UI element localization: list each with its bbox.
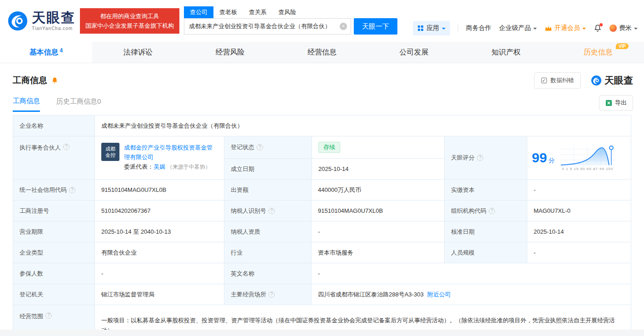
english-name-label: 英文名称 <box>224 263 311 284</box>
search-tabs: 查公司 查老板 查关系 查风险 <box>184 7 397 18</box>
company-type-value: 有限合伙企业 <box>94 242 224 263</box>
page-header: 天眼查 TianYanCha.com 都在用的商业查询工具 国家中小企业发展子基… <box>0 0 644 42</box>
business-info-table: 企业名称 成都未来产业创业投资引导基金合伙企业（有限合伙） 执行事务合伙人 成都… <box>13 115 631 336</box>
table-row: 工商注册号 510104202067367 纳税人识别号 91510104MAG… <box>13 200 631 221</box>
menu-divider <box>458 25 458 32</box>
logo-domain: TianYanCha.com <box>32 26 75 31</box>
partner-label: 执行事务合伙人 <box>13 136 94 179</box>
user-menu[interactable]: 费米 <box>609 24 638 32</box>
score-chart <box>560 145 615 166</box>
taxpayer-quality-label: 纳税人资质 <box>224 221 311 242</box>
apps-label: 应用 <box>426 24 439 32</box>
export-label: 导出 <box>615 99 627 107</box>
established-date-label: 成立日期 <box>224 159 312 179</box>
table-row-insured: 参保人数 - 英文名称 - <box>13 263 631 284</box>
data-correction-button[interactable]: 数据纠错 <box>534 72 581 89</box>
business-term-label: 营业期限 <box>13 221 94 242</box>
company-type-label: 企业类型 <box>13 242 94 263</box>
registration-authority-label: 登记机关 <box>13 284 94 305</box>
tab-basic-info[interactable]: 基本信息 4 <box>0 42 92 63</box>
table-row-authority: 登记机关 锦江市场监督管理局 主要经营场所 四川省成都市锦江区泰治路288号A3… <box>13 284 631 305</box>
search-tab-boss[interactable]: 查老板 <box>213 6 243 18</box>
approval-date-value: 2025-10-14 <box>527 221 631 242</box>
tab-history-info[interactable]: 历史信息 VIP <box>552 42 644 63</box>
industry-value: 资本市场服务 <box>311 242 444 263</box>
open-vip-menu[interactable]: 开通会员 <box>545 24 586 32</box>
enterprise-products-menu[interactable]: 企业级产品 <box>499 24 537 32</box>
tab-operating-info[interactable]: 经营信息 <box>276 42 368 63</box>
rep-name-link[interactable]: 吴娓 <box>154 163 165 170</box>
nearby-companies-link[interactable]: 附近公司 <box>427 291 451 299</box>
search-button[interactable]: 天眼一下 <box>354 18 397 35</box>
company-nav-tabs: 基本信息 4 法律诉讼 经营风险 经营信息 公司发展 知识产权 历史信息 VIP <box>0 42 644 63</box>
score-unit: 分 <box>549 157 555 164</box>
help-icon[interactable] <box>63 144 69 150</box>
partner-logo: 成都 金控 <box>101 143 119 161</box>
credit-code-label: 统一社会信用代码 <box>13 180 94 200</box>
cooperation-link[interactable]: 商务合作 <box>466 24 491 32</box>
help-icon[interactable] <box>268 291 275 298</box>
english-name-value: - <box>311 263 631 284</box>
reg-number-value: 510104202067367 <box>94 201 224 221</box>
search-box <box>184 18 351 35</box>
address-text: 四川省成都市锦江区泰治路288号A3-303 <box>318 291 424 299</box>
search-tab-risk[interactable]: 查风险 <box>272 6 302 18</box>
partner-value: 成都 金控 成都金控产业引导股权投资基金管理有限公司 委派代表：吴娓 （来源于中… <box>94 136 224 179</box>
search-tab-company[interactable]: 查公司 <box>184 6 213 18</box>
avatar <box>609 25 617 32</box>
logo-title: 天眼查 <box>32 11 75 25</box>
table-row-partner: 执行事务合伙人 成都 金控 成都金控产业引导股权投资基金管理有限公司 委派代表：… <box>13 136 631 179</box>
chevron-down-icon <box>634 28 638 31</box>
apps-menu[interactable]: 应用 <box>413 21 450 35</box>
help-icon[interactable] <box>69 187 75 193</box>
status-badge: 存续 <box>318 142 340 153</box>
chevron-down-icon <box>533 28 537 31</box>
notifications-bell[interactable] <box>594 24 602 32</box>
search-area: 查公司 查老板 查关系 查风险 天眼一下 <box>184 7 397 35</box>
tab-intellectual-property-label: 知识产权 <box>491 48 520 57</box>
tab-operating-risk[interactable]: 经营风险 <box>184 42 276 63</box>
reg-number-label: 工商注册号 <box>13 201 94 221</box>
paid-capital-value: - <box>527 180 631 200</box>
open-vip-label: 开通会员 <box>555 24 580 32</box>
export-button[interactable]: 导出 <box>599 95 633 110</box>
tab-company-development[interactable]: 公司发展 <box>368 42 460 63</box>
help-icon[interactable] <box>45 312 52 319</box>
help-icon[interactable] <box>489 208 495 214</box>
help-icon[interactable] <box>268 208 275 214</box>
tab-operating-risk-label: 经营风险 <box>215 48 244 57</box>
insured-count-value: - <box>94 263 224 284</box>
table-row-company-name: 企业名称 成都未来产业创业投资引导基金合伙企业（有限合伙） <box>13 115 631 136</box>
tianyancha-logo[interactable]: 天眼查 TianYanCha.com <box>7 10 75 31</box>
established-date-value: 2025-10-14 <box>312 159 444 179</box>
vip-badge: VIP <box>616 43 629 49</box>
rep-label: 委派代表： <box>124 163 154 170</box>
help-icon[interactable] <box>477 155 483 161</box>
org-code-label: 组织机构代码 <box>444 201 527 221</box>
insured-count-label: 参保人数 <box>13 263 94 284</box>
section-header: 工商信息 数据纠错 天眼查 <box>0 63 644 90</box>
company-name-label: 企业名称 <box>13 115 94 136</box>
clear-search-icon[interactable] <box>340 23 347 30</box>
username-label: 费米 <box>619 24 632 32</box>
score-label: 天眼评分 <box>444 136 527 179</box>
subtab-history-business-info[interactable]: 历史工商信息0 <box>56 97 101 111</box>
search-input[interactable] <box>184 18 351 35</box>
tab-basic-info-count: 4 <box>59 47 63 54</box>
approval-date-label: 核准日期 <box>444 221 527 242</box>
header-menu: 应用 商务合作 企业级产品 开通会员 费米 <box>413 21 638 35</box>
reg-status-label: 登记状态 <box>224 136 312 158</box>
subtab-business-info[interactable]: 工商信息 <box>13 97 40 112</box>
rep-source: （来源于中基协） <box>167 164 211 170</box>
org-code-value: MAG0U7XL-0 <box>527 201 631 221</box>
enterprise-products-label: 企业级产品 <box>499 24 531 32</box>
brand-name: 天眼查 <box>604 74 633 87</box>
partner-company-link[interactable]: 成都金控产业引导股权投资基金管理有限公司 <box>124 144 213 160</box>
crown-icon <box>545 25 552 31</box>
tab-intellectual-property[interactable]: 知识产权 <box>460 42 552 63</box>
tab-legal[interactable]: 法律诉讼 <box>92 42 184 63</box>
score-value: 99 <box>532 150 547 165</box>
search-tab-relation[interactable]: 查关系 <box>243 6 272 18</box>
help-icon[interactable] <box>257 144 263 150</box>
subscribe-bell-icon[interactable] <box>51 77 59 85</box>
